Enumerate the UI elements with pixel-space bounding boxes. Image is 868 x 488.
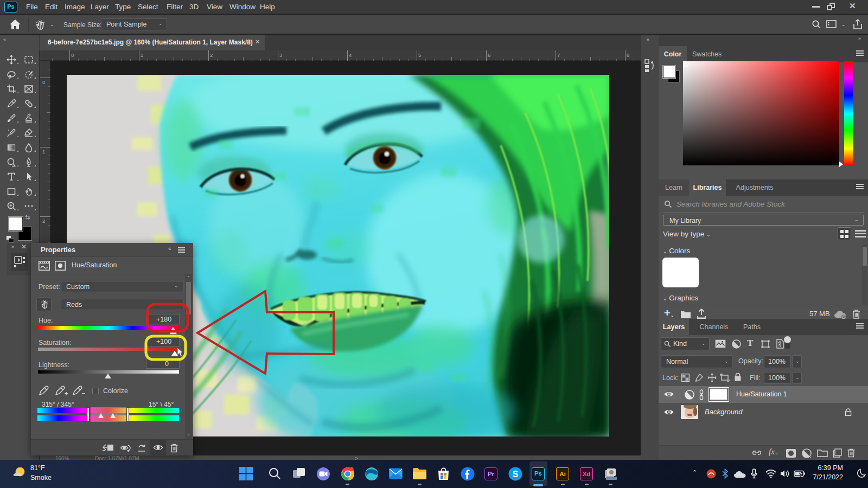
svg-text:⌄: ⌄ — [809, 454, 812, 458]
svg-text:S: S — [513, 470, 519, 479]
